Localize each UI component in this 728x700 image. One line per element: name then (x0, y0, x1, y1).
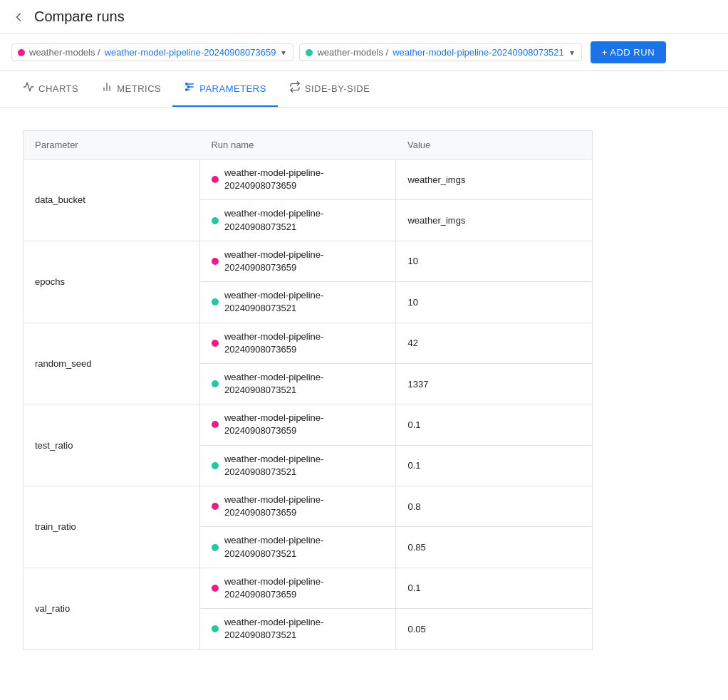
run-dot (212, 176, 219, 183)
charts-icon (23, 81, 34, 95)
table-row: test_ratioweather-model-pipeline-2024090… (24, 404, 593, 445)
side-by-side-icon (289, 81, 301, 95)
tabs: CHARTS METRICS PARAMETERS (0, 71, 728, 108)
param-name-cell: val_ratio (24, 568, 200, 649)
tab-parameters[interactable]: PARAMETERS (172, 71, 278, 107)
run-name-cell: weather-model-pipeline-20240908073521 (199, 200, 396, 241)
run-dot (212, 217, 219, 224)
run-name-cell: weather-model-pipeline-20240908073659 (199, 160, 396, 200)
run-name-text: weather-model-pipeline-20240908073521 (224, 616, 385, 642)
svg-point-8 (186, 89, 188, 91)
run-name-text: weather-model-pipeline-20240908073521 (224, 371, 385, 397)
col-value: Value (396, 131, 593, 160)
parameters-icon (184, 81, 195, 95)
svg-point-6 (186, 83, 188, 85)
run2-name: weather-model-pipeline-20240908073521 (392, 47, 564, 58)
run-name-text: weather-model-pipeline-20240908073659 (224, 167, 385, 192)
svg-point-7 (188, 86, 190, 88)
run-name-text: weather-model-pipeline-20240908073521 (224, 453, 385, 479)
value-cell: 0.1 (396, 568, 593, 608)
value-cell: 0.05 (396, 609, 593, 649)
tab-charts-label: CHARTS (38, 83, 78, 94)
run-name-cell: weather-model-pipeline-20240908073659 (199, 568, 396, 608)
run-name-cell: weather-model-pipeline-20240908073521 (199, 527, 396, 568)
run-dot (212, 421, 219, 428)
run-dot (212, 625, 219, 632)
run-dot (212, 258, 219, 265)
header: Compare runs (0, 0, 728, 34)
run-name-cell: weather-model-pipeline-20240908073521 (199, 282, 396, 323)
value-cell: 0.8 (396, 486, 593, 527)
value-cell: 10 (396, 282, 593, 323)
param-name-cell: random_seed (24, 323, 200, 404)
run-bar: weather-models / weather-model-pipeline-… (0, 34, 728, 71)
tab-charts[interactable]: CHARTS (11, 71, 90, 107)
run-dot (212, 298, 219, 305)
run1-prefix: weather-models / (29, 47, 100, 58)
run-name-cell: weather-model-pipeline-20240908073659 (199, 404, 396, 445)
run2-chip: weather-models / weather-model-pipeline-… (299, 43, 581, 61)
run-name-cell: weather-model-pipeline-20240908073521 (199, 445, 396, 486)
run-name-text: weather-model-pipeline-20240908073521 (224, 534, 385, 560)
parameters-table: Parameter Run name Value data_bucketweat… (23, 130, 593, 650)
run2-dot (306, 49, 313, 56)
table-row: random_seedweather-model-pipeline-202409… (24, 323, 593, 363)
col-run-name: Run name (199, 131, 396, 160)
table-row: epochsweather-model-pipeline-20240908073… (24, 241, 593, 281)
run-name-text: weather-model-pipeline-20240908073521 (224, 207, 385, 233)
tab-metrics-label: METRICS (117, 83, 161, 94)
run2-prefix: weather-models / (317, 47, 388, 58)
param-name-cell: data_bucket (24, 160, 200, 241)
run2-dropdown-button[interactable]: ▾ (568, 48, 576, 58)
tab-side-by-side[interactable]: SIDE-BY-SIDE (278, 71, 382, 107)
run-dot (212, 544, 219, 551)
value-cell: 0.1 (396, 445, 593, 486)
back-button[interactable] (11, 10, 26, 24)
value-cell: 1337 (396, 363, 593, 404)
run1-dropdown-button[interactable]: ▾ (280, 48, 287, 58)
value-cell: 0.85 (396, 527, 593, 568)
param-name-cell: epochs (24, 241, 200, 323)
run-name-text: weather-model-pipeline-20240908073659 (224, 330, 385, 356)
run-name-text: weather-model-pipeline-20240908073659 (224, 249, 385, 274)
run-name-cell: weather-model-pipeline-20240908073659 (199, 241, 396, 281)
table-row: data_bucketweather-model-pipeline-202409… (24, 160, 593, 200)
value-cell: 10 (396, 241, 593, 281)
run-name-text: weather-model-pipeline-20240908073521 (224, 289, 385, 315)
run1-chip: weather-models / weather-model-pipeline-… (11, 43, 293, 61)
metrics-icon (101, 81, 113, 95)
run-name-cell: weather-model-pipeline-20240908073659 (199, 323, 396, 363)
run-name-text: weather-model-pipeline-20240908073659 (224, 493, 385, 519)
param-name-cell: test_ratio (24, 404, 200, 486)
run-name-text: weather-model-pipeline-20240908073659 (224, 575, 385, 601)
param-name-cell: train_ratio (24, 486, 200, 568)
run-dot (212, 462, 219, 469)
tab-metrics[interactable]: METRICS (90, 71, 172, 107)
run-dot (212, 585, 219, 592)
value-cell: 0.1 (396, 404, 593, 445)
value-cell: weather_imgs (396, 160, 593, 200)
value-cell: 42 (396, 323, 593, 363)
run-name-text: weather-model-pipeline-20240908073659 (224, 412, 385, 437)
add-run-button[interactable]: + ADD RUN (591, 41, 666, 63)
col-parameter: Parameter (24, 131, 200, 160)
page-title: Compare runs (34, 9, 125, 25)
run-dot (212, 340, 219, 347)
run-name-cell: weather-model-pipeline-20240908073659 (199, 486, 396, 527)
run-name-cell: weather-model-pipeline-20240908073521 (199, 363, 396, 404)
run1-name: weather-model-pipeline-20240908073659 (105, 47, 276, 58)
run-name-cell: weather-model-pipeline-20240908073521 (199, 609, 396, 649)
table-row: val_ratioweather-model-pipeline-20240908… (24, 568, 593, 608)
tab-side-by-side-label: SIDE-BY-SIDE (305, 83, 370, 94)
run-dot (212, 380, 219, 387)
run-dot (212, 503, 219, 510)
run1-dot (18, 49, 25, 56)
parameters-table-container: Parameter Run name Value data_bucketweat… (0, 108, 728, 673)
table-row: train_ratioweather-model-pipeline-202409… (24, 486, 593, 527)
tab-parameters-label: PARAMETERS (199, 83, 266, 94)
value-cell: weather_imgs (396, 200, 593, 241)
